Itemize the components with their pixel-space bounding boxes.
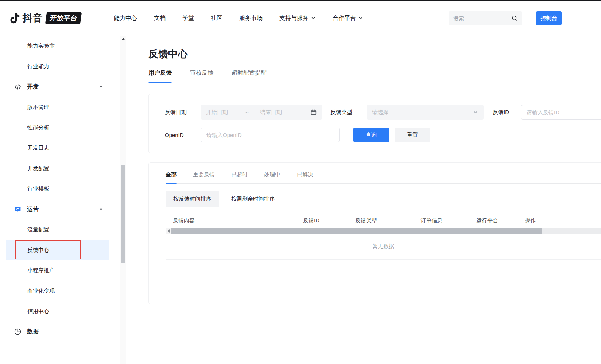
feedback-id-label: 反馈ID [493, 109, 509, 116]
column-feedback-type: 反馈类型 [355, 213, 420, 228]
tab-timeout-config-reminder[interactable]: 超时配置提醒 [232, 69, 267, 83]
sidebar-group-data[interactable]: 数据 [6, 321, 109, 342]
sidebar-item-dev-logs[interactable]: 开发日志 [6, 138, 109, 158]
sidebar-item-capability-lab[interactable]: 能力实验室 [6, 36, 109, 56]
page-tabs: 用户反馈 审核反馈 超时配置提醒 [148, 69, 601, 83]
code-icon [14, 83, 22, 91]
search-icon[interactable] [511, 15, 518, 21]
sidebar-item-version-management[interactable]: 版本管理 [6, 97, 109, 117]
list-tab-processing[interactable]: 处理中 [264, 171, 280, 183]
app-window: 抖音 开放平台 能力中心 文档 学堂 社区 服务市场 支持与服务 合作平台 [0, 0, 601, 364]
select-placeholder: 请选择 [372, 109, 388, 116]
sidebar-item-miniapp-promotion[interactable]: 小程序推广 [6, 260, 109, 281]
horizontal-scrollbar-track[interactable] [542, 228, 601, 234]
brand[interactable]: 抖音 开放平台 [9, 12, 103, 25]
feedback-id-input[interactable] [527, 109, 601, 116]
calendar-icon[interactable] [310, 109, 317, 116]
nav-item-partner-platform[interactable]: 合作平台 [333, 15, 363, 22]
sidebar-group-development[interactable]: 开发 [6, 77, 109, 97]
sidebar-item-industry-template[interactable]: 行业模板 [6, 179, 109, 199]
feedback-type-select[interactable]: 请选择 [367, 105, 484, 120]
sidebar-scrollbar-thumb[interactable] [121, 165, 125, 263]
list-tab-all[interactable]: 全部 [166, 171, 177, 183]
openid-input-wrap [201, 128, 340, 142]
end-date-placeholder[interactable]: 结束日期 [260, 109, 310, 116]
column-actions: 操作 [515, 213, 601, 228]
list-tab-resolved[interactable]: 已解决 [297, 171, 313, 183]
column-feedback-id: 反馈ID [303, 213, 355, 228]
douyin-note-icon [9, 12, 21, 25]
left-triangle-icon [167, 229, 170, 233]
feedback-id-input-wrap [521, 105, 601, 120]
feedback-type-label: 反馈类型 [330, 109, 352, 116]
main-content: 反馈中心 用户反馈 审核反馈 超时配置提醒 反馈日期 开始日期 ~ 结束日期 [126, 36, 601, 364]
scroll-up-arrow[interactable] [120, 36, 126, 42]
empty-state: 暂无数据 [166, 234, 601, 260]
sidebar-item-dev-config[interactable]: 开发配置 [6, 158, 109, 179]
nav-item-docs[interactable]: 文档 [154, 15, 166, 22]
pie-chart-icon [14, 328, 22, 336]
nav-item-academy[interactable]: 学堂 [182, 15, 194, 22]
column-platform: 运行平台 [476, 213, 515, 228]
table-header: 反馈内容 反馈ID 反馈类型 订单信息 运行平台 操作 [166, 213, 601, 228]
nav-item-support[interactable]: 支持与服务 [279, 15, 316, 22]
horizontal-scrollbar-thumb[interactable] [171, 228, 542, 234]
console-button[interactable]: 控制台 [536, 11, 562, 25]
chevron-down-icon [358, 16, 363, 21]
sidebar-item-traffic-config[interactable]: 流量配置 [6, 219, 109, 240]
date-separator: ~ [245, 109, 260, 116]
primary-nav: 能力中心 文档 学堂 社区 服务市场 支持与服务 合作平台 [114, 15, 363, 22]
list-tabs: 全部 重要反馈 已超时 处理中 已解决 [166, 171, 601, 184]
up-triangle-icon [121, 38, 125, 40]
chevron-down-icon [473, 109, 478, 115]
filter-row-2: OpenID 查询 重置 [165, 128, 601, 142]
scroll-left-arrow[interactable] [166, 228, 171, 234]
nav-item-capability-center[interactable]: 能力中心 [114, 15, 137, 22]
openid-label: OpenID [165, 132, 187, 138]
sidebar-item-credit-center[interactable]: 信用中心 [6, 301, 109, 321]
feedback-date-label: 反馈日期 [165, 109, 187, 116]
chevron-up-icon [98, 84, 104, 89]
sort-by-feedback-time-button[interactable]: 按反馈时间排序 [166, 191, 219, 207]
openid-input[interactable] [206, 132, 334, 138]
sidebar-item-industry-capability[interactable]: 行业能力 [6, 56, 109, 77]
nav-item-service-market[interactable]: 服务市场 [239, 15, 263, 22]
sort-row: 按反馈时间排序 按照剩余时间排序 [166, 191, 601, 207]
column-feedback-content: 反馈内容 [173, 213, 303, 228]
start-date-placeholder[interactable]: 开始日期 [206, 109, 245, 116]
page-title: 反馈中心 [148, 47, 601, 60]
sidebar-scrollbar[interactable] [120, 36, 126, 364]
presentation-chart-icon [14, 206, 22, 213]
feedback-list-panel: 全部 重要反馈 已超时 处理中 已解决 按反馈时间排序 按照剩余时间排序 反馈内… [148, 162, 601, 304]
horizontal-scrollbar[interactable] [166, 228, 601, 234]
reset-button[interactable]: 重置 [395, 128, 430, 142]
filter-row-1: 反馈日期 开始日期 ~ 结束日期 反馈类型 请选择 反馈ID [165, 105, 601, 120]
sidebar: 能力实验室 行业能力 开发 版本管理 性能分析 开发日志 开发配置 行业模板 运… [0, 36, 126, 364]
brand-badge: 开放平台 [45, 12, 82, 24]
sidebar-item-performance-analysis[interactable]: 性能分析 [6, 117, 109, 138]
search-input[interactable] [453, 15, 511, 21]
search-box[interactable] [449, 11, 522, 25]
sidebar-group-operations[interactable]: 运营 [6, 199, 109, 219]
list-tab-important[interactable]: 重要反馈 [193, 171, 215, 183]
chevron-up-icon [98, 207, 104, 212]
chevron-down-icon [311, 16, 316, 21]
page-body: 能力实验室 行业能力 开发 版本管理 性能分析 开发日志 开发配置 行业模板 运… [0, 36, 601, 364]
filter-panel: 反馈日期 开始日期 ~ 结束日期 反馈类型 请选择 反馈ID [148, 94, 601, 153]
sort-by-remaining-time-button[interactable]: 按照剩余时间排序 [224, 191, 283, 207]
tab-user-feedback[interactable]: 用户反馈 [148, 69, 172, 83]
date-range-picker[interactable]: 开始日期 ~ 结束日期 [201, 105, 322, 120]
nav-item-community[interactable]: 社区 [211, 15, 222, 22]
sidebar-item-feedback-center[interactable]: 反馈中心 [6, 240, 109, 260]
query-button[interactable]: 查询 [353, 128, 389, 142]
tab-review-feedback[interactable]: 审核反馈 [190, 69, 213, 83]
nav-right: 控制台 [449, 11, 601, 25]
column-order-info: 订单信息 [420, 213, 476, 228]
brand-name: 抖音 [23, 12, 43, 25]
top-navbar: 抖音 开放平台 能力中心 文档 学堂 社区 服务市场 支持与服务 合作平台 [0, 1, 601, 36]
sidebar-item-monetization[interactable]: 商业化变现 [6, 281, 109, 301]
list-tab-overdue[interactable]: 已超时 [231, 171, 248, 183]
